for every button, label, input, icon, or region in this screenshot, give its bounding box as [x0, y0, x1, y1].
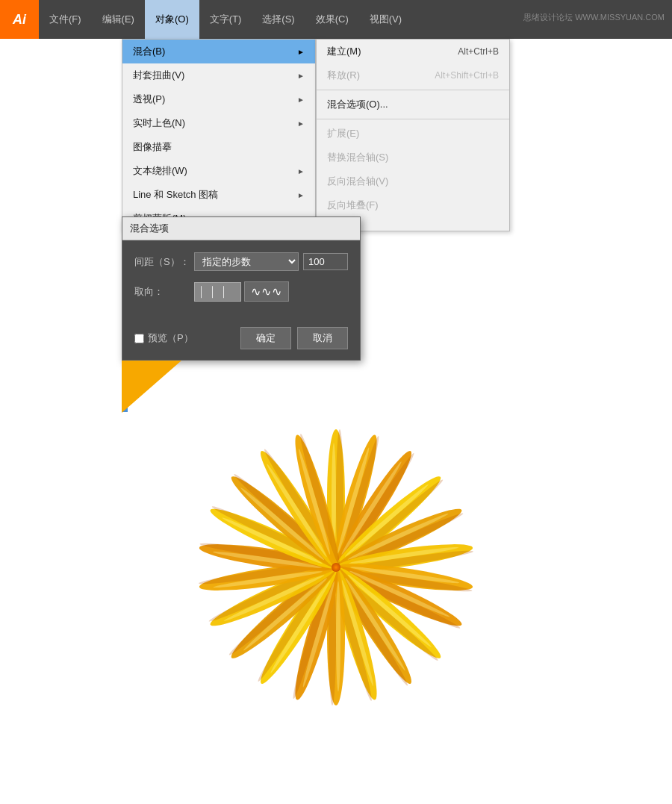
arrow-icon: ► [297, 48, 305, 56]
dialog-body: 间距（S）： 指定的步数 取向： ⎸⎸⎸ ∿∿∿ [122, 240, 360, 321]
menu-object[interactable]: 对象(O) [145, 0, 199, 39]
cancel-button[interactable]: 取消 [297, 327, 348, 349]
menu-item-live-paint[interactable]: 实时上色(N) ► [122, 111, 315, 135]
arrow-icon: ► [297, 191, 305, 199]
align-page-icon: ⎸⎸⎸ [201, 285, 234, 299]
blend-options-dialog: 混合选项 间距（S）： 指定的步数 取向： ⎸⎸⎸ ∿∿∿ [122, 216, 361, 361]
spacing-input[interactable] [303, 253, 348, 270]
preview-checkbox[interactable] [134, 334, 144, 343]
sun-illustration [164, 396, 508, 739]
preview-label: 预览（P） [148, 331, 193, 345]
align-path-icon: ∿∿∿ [251, 284, 282, 299]
divider-2 [317, 119, 509, 119]
divider-1 [317, 90, 509, 90]
menu-bar: Ai 文件(F) 编辑(E) 对象(O) 文字(T) 选择(S) 效果(C) 视… [0, 0, 672, 39]
submenu-create[interactable]: 建立(M) Alt+Ctrl+B [317, 40, 509, 63]
arrow-icon: ► [297, 119, 305, 128]
menu-item-blend[interactable]: 混合(B) ► [122, 40, 315, 63]
arrow-icon: ► [297, 96, 305, 104]
preview-row: 预览（P） [134, 331, 234, 345]
orientation-label: 取向： [134, 285, 194, 299]
orange-triangle [122, 361, 181, 413]
arrow-icon: ► [297, 167, 305, 175]
ok-button[interactable]: 确定 [240, 327, 291, 349]
menu-item-envelope[interactable]: 封套扭曲(V) ► [122, 63, 315, 87]
menu-text[interactable]: 文字(T) [199, 0, 252, 39]
spacing-select[interactable]: 指定的步数 [194, 252, 299, 271]
svg-point-34 [336, 582, 340, 692]
dropdown-left-menu: 混合(B) ► 封套扭曲(V) ► 透视(P) ► 实时上色(N) ► 图像描摹… [122, 39, 316, 231]
menu-item-text-wrap[interactable]: 文本绕排(W) ► [122, 159, 315, 183]
menu-item-image-trace[interactable]: 图像描摹 [122, 135, 315, 159]
menu-effect[interactable]: 效果(C) [305, 0, 359, 39]
menu-edit[interactable]: 编辑(E) [92, 0, 145, 39]
menu-item-perspective[interactable]: 透视(P) ► [122, 87, 315, 111]
menu-view[interactable]: 视图(V) [359, 0, 412, 39]
submenu-replace-spine[interactable]: 替换混合轴(S) [317, 146, 509, 169]
dialog-box: 混合选项 间距（S）： 指定的步数 取向： ⎸⎸⎸ ∿∿∿ [122, 216, 361, 361]
menu-file[interactable]: 文件(F) [39, 0, 92, 39]
dropdown-right-submenu: 建立(M) Alt+Ctrl+B 释放(R) Alt+Shift+Ctrl+B … [316, 39, 510, 231]
submenu-reverse-stack[interactable]: 反向堆叠(F) [317, 193, 509, 217]
menu-item-line-sketch[interactable]: Line 和 Sketch 图稿 ► [122, 183, 315, 207]
orientation-align-path-btn[interactable]: ∿∿∿ [244, 281, 289, 302]
orientation-row: 取向： ⎸⎸⎸ ∿∿∿ [134, 281, 348, 302]
menu-select[interactable]: 选择(S) [252, 0, 305, 39]
submenu-blend-options[interactable]: 混合选项(O)... [317, 93, 509, 116]
watermark-text: 思绪设计论坛 WWW.MISSYUAN.COM [523, 12, 665, 23]
dropdown-area: 混合(B) ► 封套扭曲(V) ► 透视(P) ► 实时上色(N) ► 图像描摹… [122, 39, 510, 231]
menu-items: 文件(F) 编辑(E) 对象(O) 文字(T) 选择(S) 效果(C) 视图(V… [39, 0, 412, 39]
ai-logo: Ai [0, 0, 39, 39]
submenu-expand[interactable]: 扩展(E) [317, 122, 509, 146]
arrow-icon: ► [297, 72, 305, 80]
illustration-area [164, 396, 508, 739]
submenu-release[interactable]: 释放(R) Alt+Shift+Ctrl+B [317, 63, 509, 87]
center-dot [332, 563, 340, 572]
spacing-label: 间距（S）： [134, 255, 194, 269]
submenu-reverse-spine[interactable]: 反向混合轴(V) [317, 169, 509, 193]
spacing-row: 间距（S）： 指定的步数 [134, 252, 348, 271]
dialog-footer: 预览（P） 确定 取消 [122, 321, 360, 360]
orientation-align-page-btn[interactable]: ⎸⎸⎸ [194, 282, 241, 302]
dialog-title: 混合选项 [122, 217, 360, 240]
